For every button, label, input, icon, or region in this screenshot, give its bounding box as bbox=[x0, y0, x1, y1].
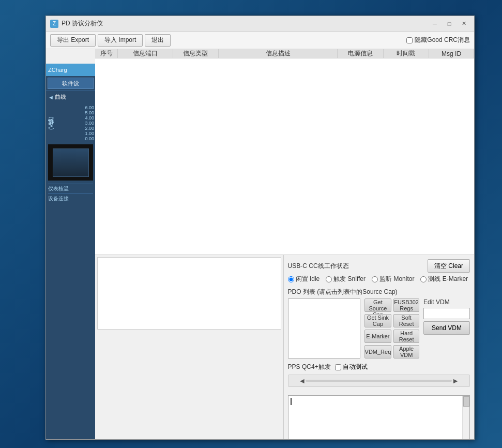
preview-main bbox=[97, 257, 281, 330]
pdo-list-box[interactable] bbox=[288, 298, 360, 359]
cc-status-section: USB-C CC线工作状态 清空 Clear 闲置 Idle 触发 Sniffe… bbox=[288, 259, 470, 283]
fusb302-regs-button[interactable]: FUSB302 Regs bbox=[393, 298, 419, 312]
th-power: 电源信息 bbox=[338, 49, 384, 58]
mode-emarker-label: 测线 E-Marker bbox=[428, 275, 468, 283]
y-label-1: 1.00 bbox=[57, 131, 94, 136]
th-seq: 序号 bbox=[95, 49, 118, 58]
pdo-buttons-grid: Get Source Cap FUSB302 Regs Get Sink Cap… bbox=[364, 298, 419, 359]
th-msg: Msg ID bbox=[429, 49, 474, 58]
y-label-5: 5.00 bbox=[57, 110, 94, 115]
sidebar-bottom-labels: 仪表核温 设备连接 bbox=[46, 183, 95, 204]
curve-toggle[interactable]: ◄ 曲线 bbox=[46, 92, 95, 102]
main-area: 序号 信息端口 信息类型 信息描述 电源信息 时间戳 Msg ID bbox=[95, 49, 474, 439]
radio-emarker[interactable] bbox=[420, 276, 427, 282]
left-sidebar: Z Charg 软件设 ◄ 曲线 代线(Volt) 6.00 5.00 4.00… bbox=[46, 64, 95, 439]
pps-section: PPS QC4+触发 自动测试 bbox=[288, 363, 470, 371]
import-button[interactable]: 导入 Import bbox=[98, 34, 143, 47]
window-controls: ─ □ ✕ bbox=[429, 19, 470, 29]
slider-right-arrow[interactable]: ► bbox=[452, 377, 459, 385]
y-label-2: 2.00 bbox=[57, 126, 94, 131]
log-scrollbar[interactable] bbox=[462, 396, 469, 439]
sidebar-header-text: Z bbox=[48, 67, 52, 73]
radio-monitor[interactable] bbox=[372, 276, 378, 282]
th-type: 信息类型 bbox=[173, 49, 219, 58]
y-label-3: 3.00 bbox=[57, 121, 94, 126]
vdm-req-button[interactable]: VDM_Req bbox=[364, 345, 392, 359]
y-label-4: 4.00 bbox=[57, 115, 94, 121]
auto-test-checkbox[interactable] bbox=[335, 364, 341, 370]
mode-monitor-label: 监听 Monitor bbox=[379, 275, 414, 283]
text-cursor bbox=[291, 398, 292, 405]
close-button[interactable]: ✕ bbox=[458, 19, 470, 29]
pdo-section: PDO 列表 (请点击列表中的Source Cap) Get Source Ca… bbox=[288, 288, 470, 359]
table-empty-area bbox=[95, 58, 474, 255]
scrollbar-thumb[interactable] bbox=[463, 396, 469, 407]
minimize-button[interactable]: ─ bbox=[429, 19, 441, 29]
slider-left-arrow[interactable]: ◄ bbox=[299, 377, 306, 385]
apple-vdm-button[interactable]: Apple VDM bbox=[393, 345, 419, 359]
hide-crc-checkbox[interactable] bbox=[406, 37, 413, 43]
y-axis-label: 代线(Volt) bbox=[46, 104, 56, 142]
mode-radio-group: 闲置 Idle 触发 Sniffer 监听 Monitor bbox=[288, 275, 470, 283]
clear-button[interactable]: 清空 Clear bbox=[428, 259, 470, 273]
th-port: 信息端口 bbox=[118, 49, 173, 58]
preview-panel bbox=[95, 255, 284, 439]
mode-idle-label: 闲置 Idle bbox=[296, 275, 320, 283]
e-marker-button[interactable]: E-Marker bbox=[364, 330, 392, 343]
th-desc: 信息描述 bbox=[219, 49, 338, 58]
table-body[interactable] bbox=[95, 58, 474, 255]
device-label: 设备连接 bbox=[48, 193, 93, 203]
auto-test-label[interactable]: 自动测试 bbox=[335, 363, 368, 371]
pdo-row: Get Source Cap FUSB302 Regs Get Sink Cap… bbox=[288, 298, 470, 359]
cc-status-title: USB-C CC线工作状态 bbox=[288, 262, 349, 271]
mode-sniffer[interactable]: 触发 Sniffer bbox=[326, 275, 366, 283]
vdm-input[interactable] bbox=[423, 308, 470, 319]
thumbnail-panel bbox=[48, 144, 93, 181]
slider-track[interactable] bbox=[306, 380, 452, 382]
mode-emarker[interactable]: 测线 E-Marker bbox=[420, 275, 468, 283]
y-label-6: 6.00 bbox=[57, 105, 94, 110]
curve-label: 曲线 bbox=[55, 93, 66, 101]
hide-crc-label: 隐藏Good CRC消息 bbox=[415, 36, 470, 44]
vdm-section: Edit VDM Send VDM bbox=[423, 298, 470, 359]
pps-label: PPS QC4+触发 bbox=[288, 363, 331, 371]
thumbnail-image bbox=[53, 148, 89, 177]
toolbar: 导出 Export 导入 Import 退出 隐藏Good CRC消息 bbox=[46, 32, 474, 49]
pdo-title: PDO 列表 (请点击列表中的Source Cap) bbox=[288, 288, 470, 296]
sidebar-header: Z Charg bbox=[46, 64, 95, 76]
mode-monitor[interactable]: 监听 Monitor bbox=[372, 275, 414, 283]
slider-area[interactable]: ◄ ► bbox=[288, 375, 470, 387]
window-title: PD 协议分析仪 bbox=[62, 19, 429, 28]
text-log[interactable] bbox=[288, 395, 470, 439]
hide-crc-checkbox-label: 隐藏Good CRC消息 bbox=[406, 36, 470, 44]
titlebar: Z PD 协议分析仪 ─ □ ✕ bbox=[46, 16, 474, 32]
text-log-container bbox=[288, 391, 470, 439]
send-vdm-button[interactable]: Send VDM bbox=[423, 321, 470, 335]
vdm-title: Edit VDM bbox=[423, 298, 470, 306]
auto-test-text: 自动测试 bbox=[343, 363, 368, 371]
mode-sniffer-label: 触发 Sniffer bbox=[333, 275, 366, 283]
mode-idle[interactable]: 闲置 Idle bbox=[288, 275, 320, 283]
control-panel: USB-C CC线工作状态 清空 Clear 闲置 Idle 触发 Sniffe… bbox=[284, 255, 474, 439]
get-source-cap-button[interactable]: Get Source Cap bbox=[364, 298, 392, 312]
software-settings-button[interactable]: 软件设 bbox=[48, 78, 94, 89]
th-time: 时间戳 bbox=[384, 49, 430, 58]
app-icon: Z bbox=[50, 20, 58, 28]
get-sink-cap-button[interactable]: Get Sink Cap bbox=[364, 314, 392, 327]
sidebar-header-title: Charg bbox=[52, 67, 67, 73]
main-window: Z PD 协议分析仪 ─ □ ✕ 导出 Export 导入 Import 退出 … bbox=[45, 16, 475, 440]
bottom-panel: USB-C CC线工作状态 清空 Clear 闲置 Idle 触发 Sniffe… bbox=[95, 255, 474, 439]
table-header: 序号 信息端口 信息类型 信息描述 电源信息 时间戳 Msg ID bbox=[95, 49, 474, 58]
export-button[interactable]: 导出 Export bbox=[50, 34, 96, 47]
y-label-0: 0.00 bbox=[57, 136, 94, 141]
radio-idle[interactable] bbox=[288, 276, 294, 282]
temp-label: 仪表核温 bbox=[48, 184, 93, 193]
hard-reset-button[interactable]: Hard Reset bbox=[393, 330, 419, 343]
y-axis-labels: 6.00 5.00 4.00 3.00 2.00 1.00 0.00 bbox=[56, 104, 95, 142]
chart-container: 代线(Volt) 6.00 5.00 4.00 3.00 2.00 1.00 0… bbox=[46, 104, 95, 142]
soft-reset-button[interactable]: Soft Reset bbox=[393, 314, 419, 327]
maximize-button[interactable]: □ bbox=[443, 19, 455, 29]
exit-button[interactable]: 退出 bbox=[145, 34, 171, 47]
radio-sniffer[interactable] bbox=[326, 276, 332, 282]
window-body: 导出 Export 导入 Import 退出 隐藏Good CRC消息 Z Ch… bbox=[46, 32, 474, 439]
